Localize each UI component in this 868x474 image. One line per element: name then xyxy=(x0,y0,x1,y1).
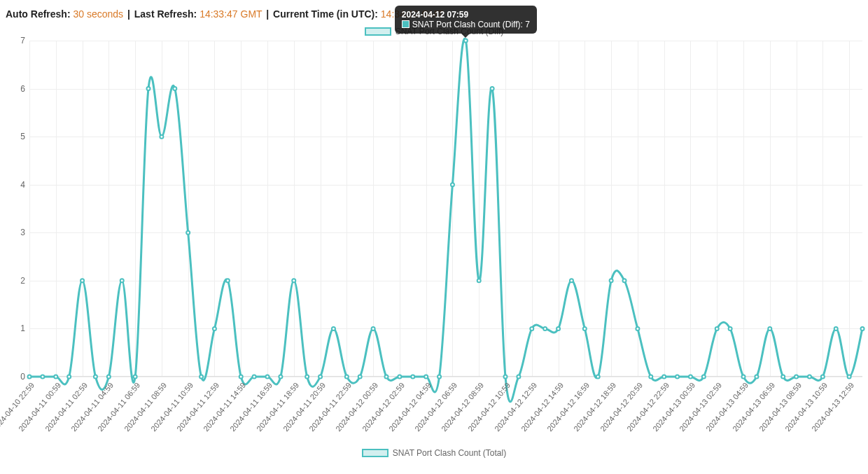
data-point[interactable] xyxy=(848,375,851,379)
data-point[interactable] xyxy=(200,375,203,379)
legend-swatch-icon xyxy=(362,449,388,457)
data-point[interactable] xyxy=(649,375,652,379)
data-point[interactable] xyxy=(636,327,639,330)
data-point[interactable] xyxy=(67,375,71,379)
data-point[interactable] xyxy=(596,375,600,379)
data-point[interactable] xyxy=(742,375,746,379)
data-point[interactable] xyxy=(318,375,322,379)
data-point[interactable] xyxy=(107,375,111,379)
legend-bottom-label: SNAT Port Clash Count (Total) xyxy=(393,448,506,458)
data-point[interactable] xyxy=(160,135,163,139)
data-point[interactable] xyxy=(715,327,719,330)
legend-bottom[interactable]: SNAT Port Clash Count (Total) xyxy=(6,448,862,458)
series-line xyxy=(29,39,862,402)
y-tick-label: 0 xyxy=(6,372,25,382)
tooltip-swatch-icon xyxy=(402,20,410,28)
data-point[interactable] xyxy=(861,327,864,330)
data-point[interactable] xyxy=(279,375,282,379)
tooltip-row: SNAT Port Clash Count (Diff): 7 xyxy=(402,20,530,29)
data-point[interactable] xyxy=(411,375,414,379)
data-point[interactable] xyxy=(41,375,44,379)
data-point[interactable] xyxy=(834,327,838,330)
data-point[interactable] xyxy=(80,279,84,282)
data-point[interactable] xyxy=(794,375,798,379)
y-tick-label: 2 xyxy=(6,276,25,286)
data-point[interactable] xyxy=(424,375,428,379)
data-point[interactable] xyxy=(358,375,362,379)
data-point[interactable] xyxy=(54,375,57,379)
y-tick-label: 7 xyxy=(6,36,25,46)
y-tick-label: 4 xyxy=(6,180,25,190)
data-point[interactable] xyxy=(768,327,771,330)
last-refresh-value: 14:33:47 GMT xyxy=(200,8,262,20)
line-series xyxy=(29,41,862,376)
separator: | xyxy=(127,8,130,20)
data-point[interactable] xyxy=(543,327,547,330)
tooltip-caret-icon xyxy=(461,34,470,38)
data-point[interactable] xyxy=(213,327,216,330)
data-point[interactable] xyxy=(385,375,388,379)
auto-refresh-value: 30 seconds xyxy=(73,8,123,20)
data-point[interactable] xyxy=(755,375,758,379)
data-point[interactable] xyxy=(517,375,520,379)
separator: | xyxy=(266,8,269,20)
data-point[interactable] xyxy=(186,231,190,235)
data-point[interactable] xyxy=(451,183,454,186)
data-point[interactable] xyxy=(808,375,811,379)
data-point[interactable] xyxy=(438,375,441,379)
data-point[interactable] xyxy=(147,87,150,90)
data-point[interactable] xyxy=(689,375,692,379)
data-point[interactable] xyxy=(477,279,481,282)
data-point[interactable] xyxy=(266,375,270,379)
data-point[interactable] xyxy=(530,327,533,330)
data-point[interactable] xyxy=(821,375,825,379)
last-refresh-label: Last Refresh: xyxy=(134,8,197,20)
data-point[interactable] xyxy=(372,327,375,330)
data-point[interactable] xyxy=(464,39,468,43)
data-point[interactable] xyxy=(253,375,256,379)
tooltip: 2024-04-12 07:59 SNAT Port Clash Count (… xyxy=(395,6,537,34)
data-point[interactable] xyxy=(676,375,679,379)
data-point[interactable] xyxy=(702,375,706,379)
data-point[interactable] xyxy=(781,375,785,379)
data-point[interactable] xyxy=(173,87,176,90)
data-point[interactable] xyxy=(94,375,97,379)
data-point[interactable] xyxy=(305,375,309,379)
data-point[interactable] xyxy=(491,87,494,90)
data-point[interactable] xyxy=(332,327,335,330)
data-point[interactable] xyxy=(583,327,587,330)
data-point[interactable] xyxy=(504,375,507,379)
gridline-horizontal xyxy=(29,377,862,377)
data-point[interactable] xyxy=(28,375,31,379)
data-point[interactable] xyxy=(292,279,295,282)
data-point[interactable] xyxy=(570,279,573,282)
data-point[interactable] xyxy=(398,375,401,379)
data-point[interactable] xyxy=(729,327,732,330)
data-point[interactable] xyxy=(120,279,124,282)
chart-area[interactable]: 01234567 2024-04-12 07:59 SNAT Port Clas… xyxy=(6,41,862,433)
y-tick-label: 3 xyxy=(6,228,25,237)
y-tick-label: 6 xyxy=(6,84,25,94)
data-point[interactable] xyxy=(662,375,666,379)
tooltip-title: 2024-04-12 07:59 xyxy=(402,10,530,20)
data-point[interactable] xyxy=(239,375,243,379)
y-tick-label: 5 xyxy=(6,132,25,141)
y-tick-label: 1 xyxy=(6,323,25,333)
tooltip-series: SNAT Port Clash Count (Diff): 7 xyxy=(412,20,530,29)
data-point[interactable] xyxy=(556,327,560,330)
data-point[interactable] xyxy=(226,279,230,282)
legend-swatch-icon xyxy=(365,27,391,36)
data-point[interactable] xyxy=(610,279,613,282)
data-point[interactable] xyxy=(134,375,137,379)
current-time-label: Current Time (in UTC): xyxy=(273,8,378,20)
auto-refresh-label: Auto Refresh: xyxy=(6,8,71,20)
plot-area[interactable]: 2024-04-12 07:59 SNAT Port Clash Count (… xyxy=(29,41,862,377)
data-point[interactable] xyxy=(345,375,349,379)
data-point[interactable] xyxy=(623,279,626,282)
